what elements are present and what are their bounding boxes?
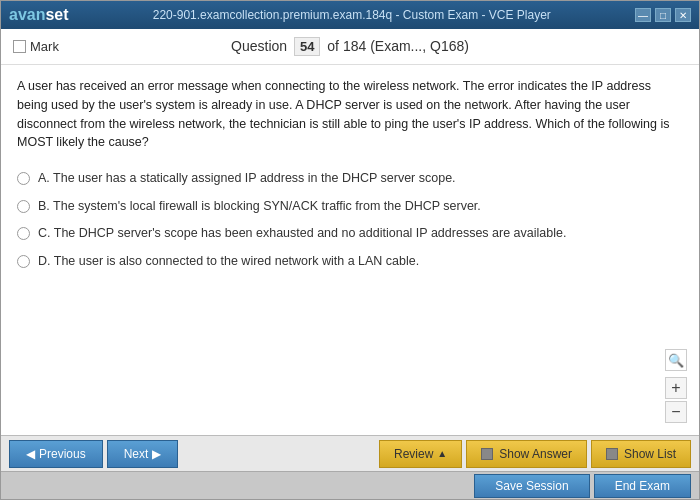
save-session-button[interactable]: Save Session [474, 474, 589, 498]
content-area: Mark Question 54 of 184 (Exam..., Q168) … [1, 29, 699, 499]
question-info: Question 54 of 184 (Exam..., Q168) [93, 37, 607, 56]
previous-button[interactable]: ◀ Previous [9, 440, 103, 468]
option-d-radio[interactable] [17, 255, 30, 268]
mark-checkbox[interactable] [13, 40, 26, 53]
question-label: Question [231, 38, 287, 54]
logo-set: set [45, 6, 68, 23]
prev-arrow-icon: ◀ [26, 447, 35, 461]
option-a: A. The user has a statically assigned IP… [17, 170, 683, 188]
logo-avan: avan [9, 6, 45, 23]
main-window: avanset 220-901.examcollection.premium.e… [0, 0, 700, 500]
option-d: D. The user is also connected to the wir… [17, 253, 683, 271]
option-a-radio[interactable] [17, 172, 30, 185]
logo: avanset [9, 6, 69, 24]
zoom-out-button[interactable]: − [665, 401, 687, 423]
review-button[interactable]: Review ▲ [379, 440, 462, 468]
status-bar: Save Session End Exam [1, 471, 699, 499]
zoom-controls: 🔍 + − [665, 349, 687, 423]
option-a-text: A. The user has a statically assigned IP… [38, 170, 456, 188]
next-arrow-icon: ▶ [152, 447, 161, 461]
show-answer-button[interactable]: Show Answer [466, 440, 587, 468]
show-list-icon [606, 448, 618, 460]
maximize-button[interactable]: □ [655, 8, 671, 22]
review-chevron-icon: ▲ [437, 448, 447, 459]
option-b-text: B. The system's local firewall is blocki… [38, 198, 481, 216]
question-total: of 184 (Exam..., Q168) [327, 38, 469, 54]
question-header: Mark Question 54 of 184 (Exam..., Q168) [1, 29, 699, 65]
title-bar: avanset 220-901.examcollection.premium.e… [1, 1, 699, 29]
question-text: A user has received an error message whe… [17, 77, 683, 152]
zoom-search-icon[interactable]: 🔍 [665, 349, 687, 371]
show-answer-icon [481, 448, 493, 460]
mark-label: Mark [30, 39, 59, 54]
option-b-radio[interactable] [17, 200, 30, 213]
option-c-text: C. The DHCP server's scope has been exha… [38, 225, 566, 243]
show-list-button[interactable]: Show List [591, 440, 691, 468]
window-title: 220-901.examcollection.premium.exam.184q… [69, 8, 635, 22]
question-body: A user has received an error message whe… [1, 65, 699, 435]
mark-area: Mark [13, 39, 93, 54]
minimize-button[interactable]: — [635, 8, 651, 22]
option-b: B. The system's local firewall is blocki… [17, 198, 683, 216]
logo-text: avanset [9, 6, 69, 24]
close-button[interactable]: ✕ [675, 8, 691, 22]
zoom-in-button[interactable]: + [665, 377, 687, 399]
question-number: 54 [294, 37, 320, 56]
next-button[interactable]: Next ▶ [107, 440, 179, 468]
option-c: C. The DHCP server's scope has been exha… [17, 225, 683, 243]
option-c-radio[interactable] [17, 227, 30, 240]
end-exam-button[interactable]: End Exam [594, 474, 691, 498]
bottom-toolbar: ◀ Previous Next ▶ Review ▲ Show Answer S… [1, 435, 699, 471]
option-d-text: D. The user is also connected to the wir… [38, 253, 419, 271]
options-list: A. The user has a statically assigned IP… [17, 170, 683, 270]
window-controls: — □ ✕ [635, 8, 691, 22]
